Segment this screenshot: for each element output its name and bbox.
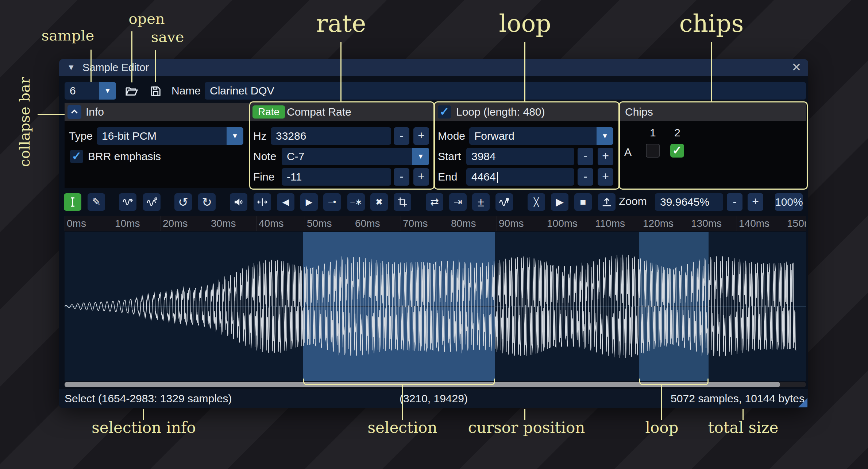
chevron-up-icon <box>70 107 79 117</box>
type-select[interactable]: 16-bit PCM ▼ <box>97 127 243 145</box>
annotation-line-chips <box>711 42 712 102</box>
zoom-label: Zoom <box>619 193 647 210</box>
sign-invert-button[interactable]: ± <box>472 193 490 211</box>
cross-arrows-icon: ╳ <box>534 198 539 206</box>
collapse-info-button[interactable] <box>67 105 81 119</box>
chips-title: Chips <box>625 103 653 121</box>
trim-button[interactable] <box>394 193 411 211</box>
annotation-line-selection-info <box>143 409 144 420</box>
resample-button[interactable] <box>143 193 161 211</box>
zoom-out-button[interactable]: - <box>727 193 742 211</box>
note-select[interactable]: C-7 ▼ <box>282 148 429 165</box>
insert-silence-button[interactable]: −• <box>323 193 341 211</box>
close-icon[interactable]: × <box>792 59 801 75</box>
loop-start-decrement-button[interactable]: - <box>578 148 593 165</box>
window-titlebar[interactable]: ▼ Sample Editor × <box>59 59 808 76</box>
fade-out-button[interactable]: ▶ <box>300 193 318 211</box>
collapse-triangle-icon[interactable]: ▼ <box>67 59 75 76</box>
waveform-canvas[interactable] <box>65 232 806 381</box>
check-icon: ✓ <box>440 105 450 118</box>
loop-end-increment-button[interactable]: + <box>598 168 613 186</box>
ibeam-cursor-icon <box>67 197 78 208</box>
loop-start-input[interactable]: 3984 <box>466 148 574 165</box>
filter-button[interactable] <box>495 193 513 211</box>
open-folder-icon <box>125 85 138 98</box>
tick-label: 100ms <box>547 218 578 229</box>
draw-mode-button[interactable]: ✎ <box>88 193 105 211</box>
loop-end-input[interactable]: 4464 <box>466 168 574 186</box>
annotation-line-total-size <box>742 409 744 420</box>
annotation-chips: chips <box>679 9 744 38</box>
wave-resize-icon <box>122 197 133 208</box>
sample-number-select[interactable]: 6 ▼ <box>65 82 116 100</box>
loop-end-decrement-button[interactable]: - <box>578 168 593 186</box>
annotation-line-save <box>155 50 156 82</box>
annotation-line-selection <box>402 385 403 420</box>
name-input[interactable]: Clarinet DQV <box>205 82 806 100</box>
annotation-line-loop <box>524 42 525 102</box>
scrollbar-thumb[interactable] <box>65 382 780 387</box>
zoom-reset-button[interactable]: 100% <box>775 193 803 211</box>
resize-button[interactable] <box>119 193 136 211</box>
waveform-scrollbar[interactable] <box>65 382 806 387</box>
waveform-display[interactable] <box>65 232 806 381</box>
rate-button[interactable]: Rate <box>252 105 285 119</box>
fine-decrement-button[interactable]: - <box>394 168 409 186</box>
open-button[interactable] <box>123 83 140 100</box>
info-title: Info <box>86 103 104 121</box>
hz-input[interactable]: 33286 <box>271 127 391 145</box>
triangle-left-icon: ◀ <box>282 198 289 206</box>
amplify-button[interactable] <box>230 193 247 211</box>
chevron-down-icon[interactable]: ▼ <box>227 127 243 145</box>
zoom-input[interactable]: 39.9645% <box>655 193 723 211</box>
undo-button[interactable]: ↺ <box>174 193 192 211</box>
annotation-selection-info: selection info <box>92 419 196 437</box>
normalize-button[interactable] <box>254 193 271 211</box>
crossfade-button[interactable]: ╳ <box>528 193 545 211</box>
sample-editor-window: ▼ Sample Editor × 6 ▼ Name Clarinet DQV <box>59 59 808 408</box>
select-mode-button[interactable] <box>64 193 81 211</box>
chips-header: Chips <box>620 103 806 121</box>
chevron-down-icon[interactable]: ▼ <box>412 148 429 165</box>
loop-title: Loop (length: 480) <box>456 103 545 121</box>
tick-label: 110ms <box>595 218 625 229</box>
save-button[interactable] <box>147 83 164 100</box>
chips-row-a-label: A <box>624 145 632 159</box>
text-caret <box>497 172 498 183</box>
brr-emphasis-checkbox[interactable]: ✓ <box>70 150 83 163</box>
hz-decrement-button[interactable]: - <box>394 127 409 145</box>
name-label: Name <box>171 82 201 100</box>
chip-a1-checkbox[interactable] <box>646 144 660 158</box>
zoom-in-button[interactable]: + <box>748 193 763 211</box>
stop-icon: ■ <box>580 197 586 207</box>
timeline-ruler[interactable]: 0ms 10ms 20ms 30ms 40ms 50ms 60ms 70ms 8… <box>65 216 806 231</box>
annotation-line-loop-bottom <box>661 385 662 420</box>
loop-mode-value: Forward <box>474 127 514 145</box>
invert-button[interactable]: ⇥ <box>449 193 467 211</box>
fade-in-button[interactable]: ◀ <box>277 193 294 211</box>
hz-increment-button[interactable]: + <box>413 127 429 145</box>
swap-arrows-icon: ⇄ <box>430 197 439 207</box>
create-instrument-button[interactable] <box>598 193 616 211</box>
tick-label: 120ms <box>643 218 674 229</box>
chip-a2-checkbox[interactable]: ✓ <box>670 144 684 158</box>
loop-header: ✓ Loop (length: 480) <box>435 103 618 121</box>
reverse-button[interactable]: ⇄ <box>426 193 443 211</box>
loop-mode-select[interactable]: Forward ▼ <box>469 127 613 145</box>
fine-increment-button[interactable]: + <box>413 168 429 186</box>
loop-enabled-checkbox[interactable]: ✓ <box>438 105 451 119</box>
preview-button[interactable]: ▶ <box>551 193 568 211</box>
chevron-down-icon[interactable]: ▼ <box>597 127 613 145</box>
stop-preview-button[interactable]: ■ <box>574 193 592 211</box>
delete-button[interactable]: ✖ <box>370 193 388 211</box>
fine-input[interactable]: -11 <box>282 168 391 186</box>
tick-label: 20ms <box>163 218 188 229</box>
total-size-text: 5072 samples, 10144 bytes <box>671 389 805 408</box>
annotation-rate: rate <box>316 9 366 38</box>
redo-button[interactable]: ↻ <box>198 193 216 211</box>
apply-silence-button[interactable]: −∗ <box>347 193 365 211</box>
chevron-down-icon[interactable]: ▼ <box>99 82 116 100</box>
dash-dot-icon: −• <box>328 198 336 206</box>
resize-grip[interactable] <box>798 398 807 407</box>
loop-start-increment-button[interactable]: + <box>598 148 613 165</box>
